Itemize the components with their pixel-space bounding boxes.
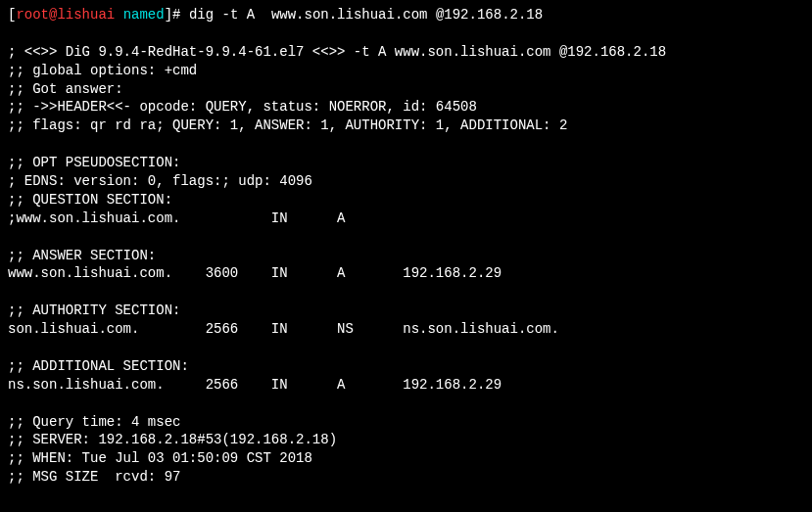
output-additional-line: ns.son.lishuai.com. 2566 IN A 192.168.2.… [8,376,804,395]
prompt-directory: named [123,7,165,23]
output-answer-line: www.son.lishuai.com. 3600 IN A 192.168.2… [8,264,804,283]
output-query-time: ;; Query time: 4 msec [8,413,804,432]
output-additional-header: ;; ADDITIONAL SECTION: [8,357,804,376]
prompt-sep [115,7,122,23]
output-global-options: ;; global options: +cmd [8,62,804,80]
output-edns: ; EDNS: version: 0, flags:; udp: 4096 [8,172,804,191]
output-answer-header: ;; ANSWER SECTION: [8,247,804,265]
prompt-hash: # [172,7,189,23]
prompt-bracket-close: ] [165,7,172,23]
output-question-line: ;www.son.lishuai.com. IN A [8,209,804,228]
output-blank [8,135,804,154]
output-version: ; <<>> DiG 9.9.4-RedHat-9.9.4-61.el7 <<>… [8,43,804,62]
output-flags: ;; flags: qr rd ra; QUERY: 1, ANSWER: 1,… [8,116,804,135]
output-authority-header: ;; AUTHORITY SECTION: [8,302,804,320]
output-question-header: ;; QUESTION SECTION: [8,191,804,209]
output-when: ;; WHEN: Tue Jul 03 01:50:09 CST 2018 [8,449,804,468]
prompt-user-host: root@lishuai [16,7,115,23]
output-blank [8,283,804,302]
output-blank [8,228,804,247]
output-got-answer: ;; Got answer: [8,80,804,99]
output-opt-header: ;; OPT PSEUDOSECTION: [8,154,804,172]
output-blank [8,24,804,43]
output-blank [8,339,804,357]
output-header: ;; ->>HEADER<<- opcode: QUERY, status: N… [8,98,804,116]
command-text: dig -t A www.son.lishuai.com @192.168.2.… [189,7,543,23]
output-authority-line: son.lishuai.com. 2566 IN NS ns.son.lishu… [8,320,804,339]
output-blank [8,395,804,413]
shell-prompt-line[interactable]: [root@lishuai named]# dig -t A www.son.l… [8,6,804,24]
output-server: ;; SERVER: 192.168.2.18#53(192.168.2.18) [8,431,804,449]
output-msg-size: ;; MSG SIZE rcvd: 97 [8,468,804,487]
